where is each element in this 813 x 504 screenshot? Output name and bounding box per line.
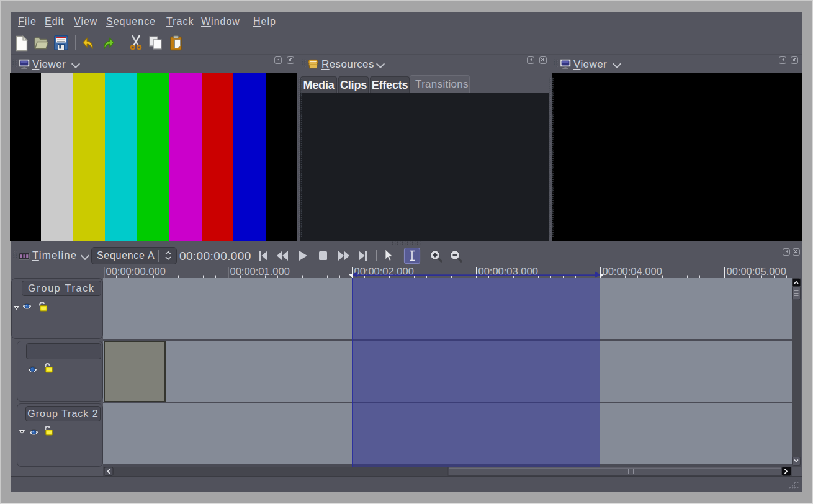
svg-text:00:00:04.000: 00:00:04.000 <box>603 266 662 277</box>
svg-text:00:00:00.000: 00:00:00.000 <box>106 266 166 277</box>
svg-text:00:00:01.000: 00:00:01.000 <box>230 266 290 277</box>
svg-text:00:00:05.000: 00:00:05.000 <box>727 266 786 277</box>
